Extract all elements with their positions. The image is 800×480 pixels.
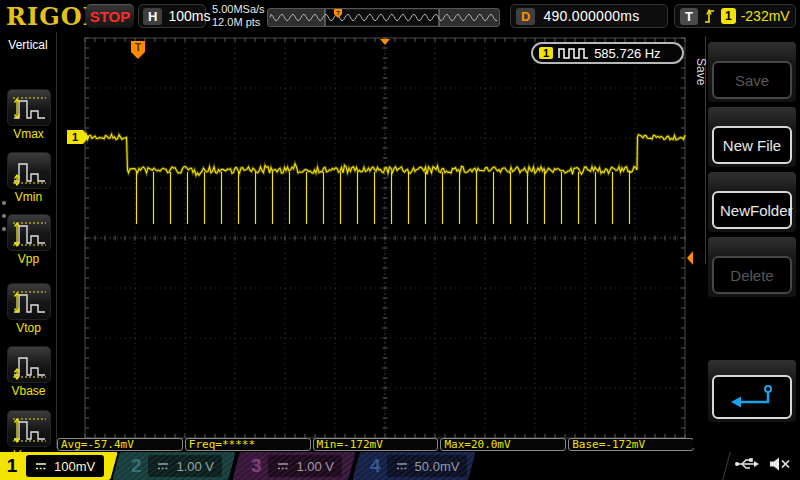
delay-center-marker [380,39,390,45]
channel-4-block[interactable]: 4 50.0mV [352,452,476,480]
softkey-slot: Delete [708,237,796,297]
vbase-label: Vbase [0,384,57,398]
channel-3-block[interactable]: 3 1.00 V [232,452,356,480]
channel-3-number: 3 [250,455,262,477]
vamp-icon [7,410,51,447]
measure-menu-title: Vertical [0,38,56,52]
left-menu-item-vmin[interactable]: Vmin [0,152,57,204]
trigger-source-badge: 1 [721,8,736,24]
save-menu: Save Save New File NewFolder Delete [693,32,800,448]
svg-text:T: T [336,10,340,16]
channel-status-bar: 1 100mV 2 1.00 V [0,452,800,480]
vtop-label: Vtop [0,321,57,335]
svg-text:1: 1 [72,131,78,143]
timebase-preview-strip: T [267,8,500,27]
left-menu-item-vmax[interactable]: Vmax [0,89,57,141]
run-state-badge: STOP [86,4,134,28]
left-menu-item-vpp[interactable]: Vpp [0,214,57,266]
delete-button[interactable]: Delete [712,256,792,294]
trigger-readout: T 1 -232mV [674,4,796,28]
top-status-bar: RIGOL STOP H 100ms 5.00MSa/s 12.0M pts T… [0,0,800,32]
delay-label: D [516,8,535,25]
new-folder-button[interactable]: NewFolder [712,191,792,229]
menu-tab-title: Save [694,58,708,85]
graticule-ticks [85,38,685,438]
dc-coupling-icon [395,461,409,471]
measure-base: Base=-172mV [568,438,694,451]
memory-depth: 12.0M pts [212,16,265,29]
horizontal-label: H [143,8,162,25]
new-file-button[interactable]: New File [712,126,792,164]
softkey-slot: New File [708,107,796,167]
trigger-delay-readout: D 490.000000ms [510,4,668,28]
trigger-label: T [680,8,698,25]
vpp-label: Vpp [0,252,57,266]
channel-4-scale: 50.0mV [415,459,460,474]
channel-1-scale: 100mV [54,459,95,474]
channel-3-scale: 1.00 V [296,459,334,474]
measure-min: Min=-172mV [313,438,439,451]
channel-2-block[interactable]: 2 1.00 V [112,452,236,480]
square-wave-icon [558,45,589,61]
frequency-counter-badge: 1 585.726 Hz [531,42,684,64]
softkey-slot [708,360,796,422]
speaker-muted-icon [768,456,792,472]
timebase-value: 100ms [168,8,210,24]
vbase-icon [7,346,51,383]
back-button[interactable] [712,375,792,419]
preview-waveform: T [268,9,499,26]
left-menu-item-vbase[interactable]: Vbase [0,346,57,398]
dc-coupling-icon [156,461,170,471]
measure-max: Max=20.0mV [440,438,566,451]
svg-text:T: T [135,42,141,53]
counter-channel-badge: 1 [539,47,553,59]
measure-avg: Avg=-57.4mV [57,438,183,451]
save-button[interactable]: Save [712,61,792,99]
measure-menu: Vertical Vmax Vmin Vpp Vtop Vbase Vamp [0,32,57,448]
trigger-level-value: -232mV [741,8,790,24]
acquisition-info: 5.00MSa/s 12.0M pts [212,3,265,29]
vmin-label: Vmin [0,190,57,204]
softkey-slot: Save [708,42,796,102]
status-divider [722,452,731,480]
vtop-icon [7,283,51,320]
delay-value: 490.000000ms [543,8,639,24]
sample-rate: 5.00MSa/s [212,3,265,16]
dc-coupling-icon [34,461,48,471]
oscilloscope-screen: RIGOL STOP H 100ms 5.00MSa/s 12.0M pts T… [0,0,800,480]
dc-coupling-icon [276,461,290,471]
horizontal-timebase-readout: H 100ms [138,4,206,28]
channel-1-number: 1 [4,455,20,477]
channel-2-scale: 1.00 V [176,459,214,474]
measurement-results-bar: Avg=-57.4mV Freq=***** Min=-172mV Max=20… [57,438,694,451]
vpp-icon [7,214,51,251]
measure-freq: Freq=***** [185,438,311,451]
channel-2-number: 2 [130,455,142,477]
channel-4-number: 4 [370,455,381,477]
vmax-icon [7,89,51,126]
left-menu-item-vtop[interactable]: Vtop [0,283,57,335]
rising-edge-icon [703,7,716,25]
softkey-slot: NewFolder [708,172,796,232]
return-arrow-icon [724,381,780,413]
vmax-label: Vmax [0,127,57,141]
channel-1-block[interactable]: 1 100mV [0,452,118,480]
menu-scroll-dots [2,192,6,240]
vmin-icon [7,152,51,189]
usb-icon [734,456,760,472]
waveform-display: 1 T T [55,32,695,448]
counter-frequency-value: 585.726 Hz [594,46,661,61]
